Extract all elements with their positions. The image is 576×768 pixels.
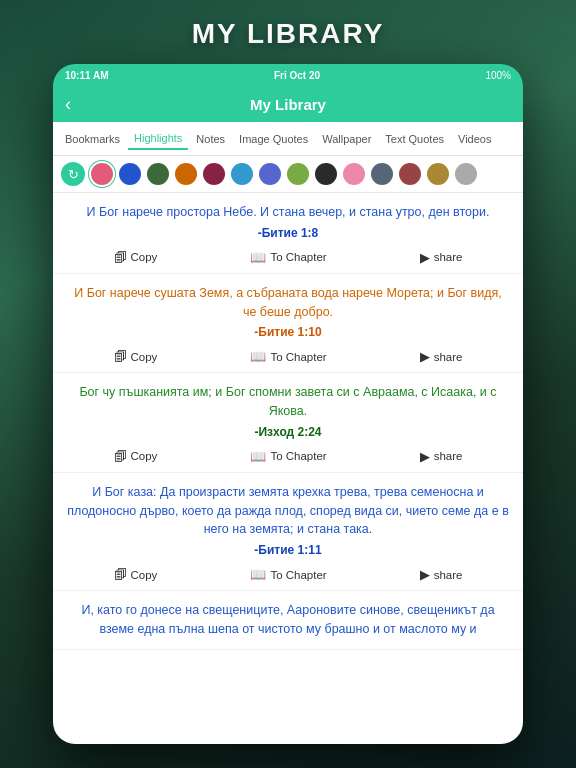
tab-highlights[interactable]: Highlights [128, 128, 188, 150]
share-button-2[interactable]: ▶ share [420, 349, 463, 364]
tab-bookmarks[interactable]: Bookmarks [59, 129, 126, 149]
share-label-3: share [434, 450, 463, 462]
chapter-icon-3: 📖 [250, 449, 266, 464]
copy-button-2[interactable]: 🗐 Copy [114, 349, 158, 364]
highlights-list: И Бог нарече простора Небе. И стана вече… [53, 193, 523, 744]
tab-wallpaper[interactable]: Wallpaper [316, 129, 377, 149]
status-date: Fri Oct 20 [274, 70, 320, 81]
color-filter-orange[interactable] [175, 163, 197, 185]
copy-button-3[interactable]: 🗐 Copy [114, 449, 158, 464]
to-chapter-button-4[interactable]: 📖 To Chapter [250, 567, 326, 582]
tab-videos[interactable]: Videos [452, 129, 497, 149]
refresh-button[interactable]: ↻ [61, 162, 85, 186]
back-button[interactable]: ‹ [65, 94, 71, 115]
device-frame: 10:11 AM Fri Oct 20 100% ‹ My Library Bo… [53, 64, 523, 744]
color-filter-slate[interactable] [371, 163, 393, 185]
to-chapter-label-2: To Chapter [270, 351, 326, 363]
highlight-ref-1: -Битие 1:8 [67, 226, 509, 240]
to-chapter-label-1: To Chapter [270, 251, 326, 263]
highlight-text-2: И Бог нарече сушата Земя, а събраната во… [67, 284, 509, 322]
copy-button-1[interactable]: 🗐 Copy [114, 250, 158, 265]
battery-icon: 100% [485, 70, 511, 81]
status-bar: 10:11 AM Fri Oct 20 100% [53, 64, 523, 86]
to-chapter-button-1[interactable]: 📖 To Chapter [250, 250, 326, 265]
share-label-4: share [434, 569, 463, 581]
to-chapter-label-4: To Chapter [270, 569, 326, 581]
color-filter-dark[interactable] [315, 163, 337, 185]
highlight-card-5: И, като го донесе на свещениците, Аароно… [53, 591, 523, 650]
copy-button-4[interactable]: 🗐 Copy [114, 567, 158, 582]
tab-notes[interactable]: Notes [190, 129, 231, 149]
chapter-icon-1: 📖 [250, 250, 266, 265]
to-chapter-label-3: To Chapter [270, 450, 326, 462]
highlight-card-2: И Бог нарече сушата Земя, а събраната во… [53, 274, 523, 374]
highlight-card-3: Бог чу пъшканията им; и Бог спомни завет… [53, 373, 523, 473]
page-title: MY LIBRARY [192, 18, 385, 50]
copy-label-1: Copy [131, 251, 158, 263]
nav-bar: ‹ My Library [53, 86, 523, 122]
status-time: 10:11 AM [65, 70, 109, 81]
color-filter-row: ↻ [53, 156, 523, 193]
color-filter-indigo[interactable] [259, 163, 281, 185]
share-button-1[interactable]: ▶ share [420, 250, 463, 265]
highlight-card-1: И Бог нарече простора Небе. И стана вече… [53, 193, 523, 274]
highlight-text-5: И, като го донесе на свещениците, Аароно… [67, 601, 509, 639]
tab-bar: Bookmarks Highlights Notes Image Quotes … [53, 122, 523, 156]
color-filter-pink[interactable] [343, 163, 365, 185]
share-label-2: share [434, 351, 463, 363]
copy-label-3: Copy [131, 450, 158, 462]
share-button-4[interactable]: ▶ share [420, 567, 463, 582]
status-right: 100% [485, 70, 511, 81]
color-filter-gold[interactable] [427, 163, 449, 185]
share-icon-3: ▶ [420, 449, 430, 464]
tab-text-quotes[interactable]: Text Quotes [379, 129, 450, 149]
share-icon-1: ▶ [420, 250, 430, 265]
card-actions-1: 🗐 Copy 📖 To Chapter ▶ share [67, 246, 509, 267]
share-button-3[interactable]: ▶ share [420, 449, 463, 464]
highlight-text-1: И Бог нарече простора Небе. И стана вече… [67, 203, 509, 222]
card-actions-4: 🗐 Copy 📖 To Chapter ▶ share [67, 563, 509, 584]
card-actions-2: 🗐 Copy 📖 To Chapter ▶ share [67, 345, 509, 366]
card-actions-3: 🗐 Copy 📖 To Chapter ▶ share [67, 445, 509, 466]
copy-label-2: Copy [131, 351, 158, 363]
share-icon-4: ▶ [420, 567, 430, 582]
highlight-text-4: И Бог каза: Да произрасти земята крехка … [67, 483, 509, 539]
to-chapter-button-3[interactable]: 📖 To Chapter [250, 449, 326, 464]
highlight-text-3: Бог чу пъшканията им; и Бог спомни завет… [67, 383, 509, 421]
copy-label-4: Copy [131, 569, 158, 581]
color-filter-sky[interactable] [231, 163, 253, 185]
color-filter-teal[interactable] [91, 163, 113, 185]
highlight-card-4: И Бог каза: Да произрасти земята крехка … [53, 473, 523, 591]
copy-icon-3: 🗐 [114, 449, 127, 464]
highlight-ref-2: -Битие 1:10 [67, 325, 509, 339]
to-chapter-button-2[interactable]: 📖 To Chapter [250, 349, 326, 364]
copy-icon-4: 🗐 [114, 567, 127, 582]
highlight-ref-3: -Изход 2:24 [67, 425, 509, 439]
color-filter-lime[interactable] [287, 163, 309, 185]
copy-icon-2: 🗐 [114, 349, 127, 364]
highlight-ref-4: -Битие 1:11 [67, 543, 509, 557]
chapter-icon-4: 📖 [250, 567, 266, 582]
copy-icon-1: 🗐 [114, 250, 127, 265]
color-filter-gray[interactable] [455, 163, 477, 185]
tab-image-quotes[interactable]: Image Quotes [233, 129, 314, 149]
nav-title: My Library [250, 96, 326, 113]
color-filter-dark-green[interactable] [147, 163, 169, 185]
chapter-icon-2: 📖 [250, 349, 266, 364]
color-filter-maroon[interactable] [203, 163, 225, 185]
color-filter-red[interactable] [399, 163, 421, 185]
share-label-1: share [434, 251, 463, 263]
share-icon-2: ▶ [420, 349, 430, 364]
color-filter-blue[interactable] [119, 163, 141, 185]
